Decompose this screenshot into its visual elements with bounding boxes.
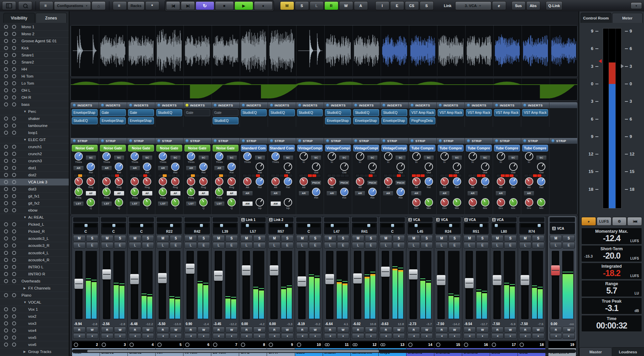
att-knob[interactable] bbox=[130, 177, 139, 186]
rack-settings-button[interactable]: * bbox=[145, 1, 159, 10]
hide-channel-icon[interactable] bbox=[12, 201, 16, 205]
write-automation-button[interactable]: W bbox=[114, 327, 126, 332]
monitor-button[interactable]: ◄ bbox=[184, 333, 197, 339]
rat-knob[interactable] bbox=[256, 163, 264, 171]
bottom-tab-loudness[interactable]: Loudness bbox=[612, 347, 644, 356]
show-channel-icon[interactable] bbox=[4, 67, 8, 71]
insert-slot[interactable]: EnvelopeShap bbox=[325, 117, 351, 124]
mute-button[interactable]: M bbox=[129, 235, 141, 241]
thres-knob[interactable] bbox=[159, 152, 167, 161]
strip-module-label[interactable]: Noise Gate bbox=[184, 145, 210, 151]
q-knob[interactable] bbox=[171, 198, 179, 207]
lst-button[interactable]: LST bbox=[158, 201, 168, 206]
hide-channel-icon[interactable] bbox=[12, 272, 16, 276]
ar-button[interactable]: AR bbox=[270, 191, 281, 196]
mute-button[interactable]: M bbox=[296, 235, 309, 241]
record-enable-button[interactable]: ● bbox=[225, 333, 238, 339]
up-knob[interactable] bbox=[284, 198, 292, 207]
folder-closed-icon[interactable]: ▶ bbox=[23, 286, 28, 290]
strip-header[interactable]: STRIP bbox=[437, 138, 465, 144]
strip-header[interactable]: STRIP bbox=[549, 138, 577, 144]
show-channel-icon[interactable] bbox=[4, 336, 8, 340]
rel-knob[interactable] bbox=[425, 177, 433, 186]
pan-control[interactable]: C bbox=[101, 223, 126, 234]
record-enable-button[interactable]: ● bbox=[532, 333, 544, 339]
show-channel-icon[interactable] bbox=[4, 39, 8, 43]
mute-button[interactable]: M bbox=[352, 235, 364, 241]
channel-list-item[interactable]: dist3 bbox=[0, 186, 69, 193]
thres-knob[interactable] bbox=[102, 152, 111, 161]
pan-track[interactable] bbox=[102, 224, 125, 227]
show-channel-icon[interactable] bbox=[4, 272, 8, 276]
monitor-button[interactable]: ◄ bbox=[464, 333, 476, 339]
pan-handle[interactable] bbox=[307, 224, 310, 227]
pan-track[interactable] bbox=[130, 224, 153, 227]
insert-slot[interactable]: StudioEQ bbox=[353, 109, 379, 116]
fader-track[interactable] bbox=[159, 251, 166, 319]
strip-module-label[interactable]: Standard Com bbox=[241, 145, 267, 151]
insert-slot[interactable]: Gate bbox=[100, 109, 126, 116]
channel-list-item[interactable]: Hi Tom bbox=[0, 73, 69, 80]
mute-button[interactable]: M bbox=[519, 235, 532, 241]
listen-button[interactable]: L bbox=[268, 242, 281, 249]
att-knob[interactable] bbox=[243, 177, 252, 186]
write-automation-button[interactable]: W bbox=[337, 327, 350, 332]
rng-knob[interactable] bbox=[87, 177, 95, 186]
solo-button[interactable]: S bbox=[86, 235, 99, 241]
hide-channel-icon[interactable] bbox=[12, 173, 16, 177]
pan-control[interactable]: R74 bbox=[519, 223, 544, 234]
channel-list-item[interactable]: Overheads bbox=[0, 278, 69, 285]
record-enable-button[interactable]: ● bbox=[393, 333, 405, 339]
pnch-button[interactable]: PNCH bbox=[395, 180, 406, 185]
pan-track[interactable] bbox=[270, 224, 292, 227]
channel-list-item[interactable]: acoustic4_R bbox=[0, 257, 69, 264]
show-channel-icon[interactable] bbox=[4, 95, 8, 99]
pan-track[interactable] bbox=[409, 224, 431, 227]
ar-button[interactable]: AR bbox=[242, 191, 253, 196]
listen-button[interactable]: L bbox=[464, 242, 476, 249]
read-automation-button[interactable]: R bbox=[213, 327, 225, 332]
fader-handle[interactable] bbox=[521, 275, 529, 285]
inserts-header[interactable] bbox=[549, 102, 577, 108]
q-knob[interactable] bbox=[143, 198, 151, 207]
fader-handle[interactable] bbox=[102, 269, 111, 279]
channel-list-item[interactable]: git_fx1 bbox=[0, 193, 69, 200]
strip-module-label[interactable]: Noise Gate bbox=[100, 145, 126, 151]
show-channel-icon[interactable] bbox=[4, 243, 8, 248]
listen-button[interactable]: L bbox=[129, 242, 141, 249]
sc-button[interactable]: SC bbox=[536, 155, 547, 160]
channel-list-item[interactable]: acoustic3_R bbox=[0, 242, 69, 249]
ar-button[interactable]: AR bbox=[439, 191, 450, 196]
pan-track[interactable] bbox=[214, 224, 236, 227]
link-edit-button[interactable]: e bbox=[492, 1, 506, 10]
channel-list-item[interactable]: vox2 bbox=[0, 313, 69, 320]
af-button[interactable]: AF bbox=[142, 191, 153, 196]
fader-track[interactable] bbox=[493, 251, 501, 319]
monitor-button[interactable]: ◄ bbox=[213, 333, 225, 339]
strip-header[interactable]: STRIP bbox=[268, 138, 296, 144]
mute-button[interactable]: M bbox=[491, 235, 504, 241]
sus-button[interactable]: Sus bbox=[512, 1, 526, 10]
channel-list-item[interactable]: vox3 bbox=[0, 320, 69, 327]
hide-channel-icon[interactable] bbox=[12, 25, 16, 29]
channel-list-item[interactable]: OH L bbox=[0, 87, 69, 94]
show-channel-icon[interactable] bbox=[4, 124, 8, 128]
af-button[interactable]: AF bbox=[86, 191, 96, 196]
fader-handle[interactable] bbox=[214, 271, 223, 281]
channel-list-item[interactable]: ▼Perc bbox=[0, 108, 69, 115]
ar-button[interactable]: AR bbox=[214, 166, 225, 171]
rel-knob[interactable] bbox=[284, 177, 292, 186]
att-knob[interactable] bbox=[159, 177, 167, 186]
mute-button[interactable]: M bbox=[408, 235, 420, 241]
att-knob[interactable] bbox=[384, 177, 392, 186]
reset-button[interactable]: |◀◀ bbox=[627, 217, 642, 226]
strip-header[interactable]: STRIP bbox=[99, 138, 127, 144]
record-enable-button[interactable]: ● bbox=[142, 333, 154, 339]
strip-header[interactable]: STRIP bbox=[409, 138, 436, 144]
pan-track[interactable] bbox=[353, 224, 376, 227]
read-automation-button[interactable]: R bbox=[184, 327, 197, 332]
sc-button[interactable]: SC bbox=[311, 155, 321, 160]
fader-track[interactable] bbox=[354, 251, 361, 319]
out-knob[interactable] bbox=[425, 163, 433, 171]
sc-button[interactable]: SC bbox=[508, 155, 519, 160]
